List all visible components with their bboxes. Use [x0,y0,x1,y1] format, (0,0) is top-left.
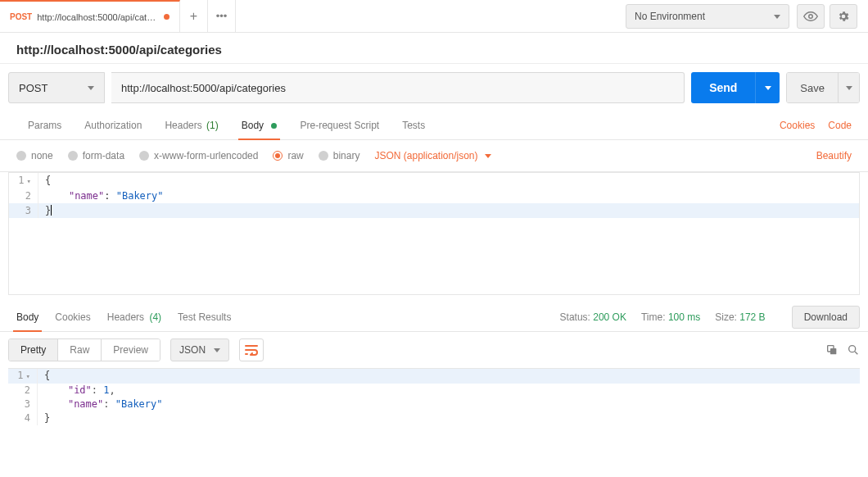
environment-quicklook-button[interactable] [797,4,825,29]
view-mode-preview[interactable]: Preview [102,339,160,361]
tab-headers[interactable]: Headers (1) [153,111,229,139]
response-view-mode: Pretty Raw Preview [8,338,160,361]
time-value: 100 ms [668,311,700,323]
request-subtabs: Params Authorization Headers (1) Body Pr… [0,111,868,140]
code-link[interactable]: Code [828,120,852,131]
line-number: 1▾ [8,369,38,384]
tab-body[interactable]: Body [230,111,289,139]
dots-icon: ••• [216,10,228,22]
cookies-link[interactable]: Cookies [780,120,815,131]
radio-icon [16,151,26,161]
line-number: 3 [9,203,38,218]
svg-point-3 [849,346,856,352]
body-type-binary[interactable]: binary [319,150,360,161]
raw-content-type-label: JSON (application/json) [374,150,477,161]
body-type-row: none form-data x-www-form-urlencoded raw… [0,140,868,172]
headers-count: (1) [206,120,219,131]
size-label: Size: [715,311,737,323]
radio-icon [139,151,149,161]
radio-icon [68,151,78,161]
json-key: "name" [69,190,104,202]
chevron-down-icon [485,154,491,158]
body-type-urlencoded-label: x-www-form-urlencoded [154,150,258,161]
response-meta: Status: 200 OK Time: 100 ms Size: 172 B … [560,306,860,329]
time-label: Time: [641,311,666,323]
gear-icon [837,10,850,23]
json-string: "Bakery" [116,190,164,202]
body-type-urlencoded[interactable]: x-www-form-urlencoded [139,150,258,161]
settings-button[interactable] [830,4,857,29]
response-view-right [825,343,860,357]
status-label: Status: [560,311,590,323]
save-button[interactable]: Save [787,73,838,102]
environment-select[interactable]: No Environment [626,4,789,29]
save-button-group: Save [786,72,860,103]
json-string: "Bakery" [115,398,163,410]
download-button[interactable]: Download [792,306,860,329]
chevron-down-icon [774,15,780,19]
response-format-dropdown[interactable]: JSON [170,338,229,361]
view-mode-pretty[interactable]: Pretty [9,339,58,361]
chevron-down-icon [765,86,771,90]
tab-authorization[interactable]: Authorization [73,111,153,139]
line-number: 4 [8,411,38,425]
response-format-label: JSON [179,344,206,356]
environment-label: No Environment [635,11,766,22]
add-tab-button[interactable]: + [180,0,208,32]
json-number: 1 [103,384,109,396]
tab-tests[interactable]: Tests [391,111,436,139]
tab-method-label: POST [10,12,32,21]
http-method-dropdown[interactable]: POST [8,72,105,103]
svg-point-0 [809,15,813,19]
response-tab-body[interactable]: Body [8,303,47,331]
code-brace: } [44,412,50,424]
subtabs-right: Cookies Code [780,111,852,139]
size-value: 172 B [739,311,765,323]
editor-cursor-icon [51,205,52,216]
body-type-raw[interactable]: raw [273,150,303,161]
plus-icon: + [190,9,197,24]
body-right-actions: Beautify [816,150,852,161]
send-button[interactable]: Send [691,72,755,103]
response-tab-cookies[interactable]: Cookies [47,303,98,331]
json-key: "name" [68,398,103,410]
request-name: http://localhost:5000/api/categories [0,33,868,64]
view-mode-raw[interactable]: Raw [58,339,102,361]
radio-icon [273,151,283,161]
response-tab-testresults[interactable]: Test Results [170,303,239,331]
url-input[interactable] [111,72,685,103]
body-type-formdata[interactable]: form-data [68,150,124,161]
json-key: "id" [68,384,92,396]
code-brace: } [45,205,51,216]
response-tabs: Body Cookies Headers (4) Test Results St… [0,303,868,332]
code-brace: { [44,370,50,381]
body-present-indicator-icon [271,123,277,129]
send-button-group: Send [691,72,780,103]
copy-icon [825,343,839,357]
response-body-editor[interactable]: 1▾ { 2 "id": 1, 3 "name": "Bakery" 4 } [8,368,860,425]
beautify-link[interactable]: Beautify [816,150,852,161]
tab-overflow-button[interactable]: ••• [208,0,236,32]
response-tab-headers[interactable]: Headers (4) [99,303,170,331]
body-type-none[interactable]: none [16,150,53,161]
request-body-editor[interactable]: 1▾ { 2 "name": "Bakery" 3 } [8,172,860,295]
response-view-controls: Pretty Raw Preview JSON [0,332,868,368]
tab-unsaved-indicator-icon [164,14,170,20]
search-response-button[interactable] [847,343,860,357]
chevron-down-icon [214,348,220,352]
line-number: 3 [8,398,38,411]
line-number: 2 [8,384,38,398]
send-dropdown-button[interactable] [755,72,780,103]
copy-response-button[interactable] [825,343,839,357]
save-dropdown-button[interactable] [838,73,859,102]
tab-prerequest[interactable]: Pre-request Script [288,111,391,139]
tab-title: http://localhost:5000/api/categ... [37,12,159,22]
request-tab[interactable]: POST http://localhost:5000/api/categ... [0,0,180,32]
body-type-binary-label: binary [333,150,360,161]
raw-content-type-dropdown[interactable]: JSON (application/json) [374,150,491,161]
toggle-wrap-button[interactable] [239,338,264,361]
body-type-formdata-label: form-data [83,150,124,161]
radio-icon [319,151,328,161]
tab-params[interactable]: Params [16,111,73,139]
response-tab-headers-label: Headers [107,311,144,323]
